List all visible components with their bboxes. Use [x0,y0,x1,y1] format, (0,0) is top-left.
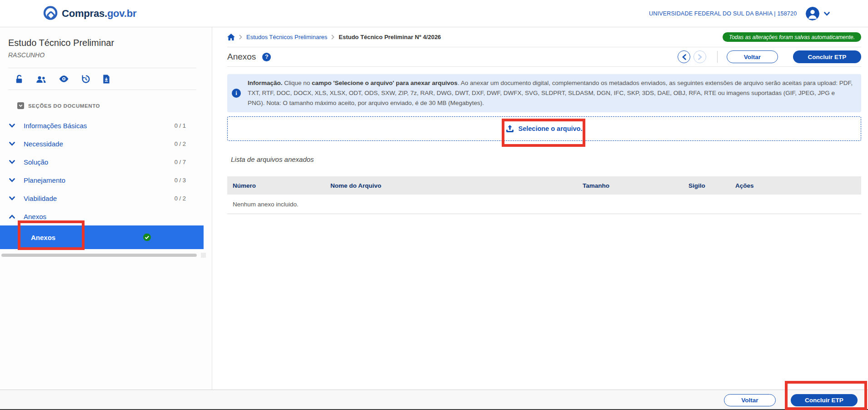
back-button-top[interactable]: Voltar [727,50,778,63]
sidebar-item-label: Anexos [24,213,186,220]
previous-section-button[interactable] [678,50,690,63]
breadcrumb: Estudos Técnicos Preliminares Estudo Téc… [227,27,861,47]
breadcrumb-current: Estudo Técnico Preliminar Nº 4/2026 [339,34,441,40]
chevron-down-icon [9,178,15,182]
user-avatar-button[interactable] [806,7,819,20]
chevron-down-icon [9,160,15,164]
sidebar-item-label: Necessidade [24,140,175,148]
sidebar-subitem-anexos-active[interactable]: Anexos [0,225,204,249]
org-label: UNIVERSIDADE FEDERAL DO SUL DA BAHIA | 1… [649,10,797,17]
back-button-bottom[interactable]: Voltar [724,394,776,406]
download-document-icon[interactable] [103,75,110,84]
sidebar-item-label: Viabilidade [24,195,175,202]
help-icon[interactable]: ? [262,53,271,61]
document-title: Estudo Técnico Preliminar [8,38,204,48]
sidebar-subitem-label: Anexos [31,234,55,241]
sections-header: SEÇÕES DO DOCUMENTO [17,102,212,109]
table-header-row: Número Nome do Arquivo Tamanho Sigilo Aç… [227,176,861,195]
sidebar-item-label: Solução [24,158,175,166]
main-content: Estudos Técnicos Preliminares Estudo Téc… [212,27,868,390]
sidebar-item-planejamento[interactable]: Planejamento 0 / 3 [0,171,212,189]
footer-action-bar: Voltar Concluir ETP [0,390,868,410]
top-header: Compras.gov.br UNIVERSIDADE FEDERAL DO S… [0,0,868,27]
sidebar-item-necessidade[interactable]: Necessidade 0 / 2 [0,135,212,153]
select-file-label: Selecione o arquivo. [518,125,582,132]
user-menu-chevron-down-icon[interactable] [824,12,830,16]
brand-compras: Compras. [62,8,107,19]
brand-text: Compras.gov.br [62,8,136,20]
sidebar-item-count: 0 / 7 [175,159,186,165]
sidebar-item-count: 0 / 1 [175,122,186,129]
sidebar: Estudo Técnico Preliminar RASCUNHO [0,27,212,390]
conclude-etp-button-bottom[interactable]: Concluir ETP [791,394,858,406]
chevron-down-icon [9,142,15,146]
eye-icon[interactable] [59,75,69,83]
column-header-acoes: Ações [735,182,861,189]
column-header-numero: Número [233,182,330,189]
app-window: Compras.gov.br UNIVERSIDADE FEDERAL DO S… [0,0,868,410]
check-circle-icon [143,234,151,241]
info-icon: i [232,89,241,98]
info-lead: Informação. [248,80,283,86]
collapse-all-icon [17,102,24,109]
chevron-right-icon [239,35,242,40]
sidebar-item-count: 0 / 3 [175,177,186,184]
chevron-up-icon [9,215,15,219]
avatar-icon [806,7,819,20]
select-file-button[interactable]: Selecione o arquivo. [506,125,582,133]
sections-header-label: SEÇÕES DO DOCUMENTO [28,103,100,109]
chevron-right-icon [698,54,702,60]
attachments-table: Número Nome do Arquivo Tamanho Sigilo Aç… [227,176,861,214]
conclude-etp-button-top[interactable]: Concluir ETP [793,50,861,63]
column-header-nome-do-arquivo: Nome do Arquivo [330,182,583,189]
next-section-button[interactable] [693,50,706,63]
home-icon[interactable] [227,34,235,40]
divider [8,90,196,90]
brand-logo-icon [42,5,59,22]
user-area: UNIVERSIDADE FEDERAL DO SUL DA BAHIA | 1… [649,0,830,27]
sidebar-horizontal-scrollbar [1,253,212,258]
document-toolbar [15,74,212,84]
sidebar-item-informacoes-basicas[interactable]: Informações Básicas 0 / 1 [0,116,212,135]
column-header-tamanho: Tamanho [583,182,688,189]
divider [717,51,718,63]
sidebar-item-viabilidade[interactable]: Viabilidade 0 / 2 [0,189,212,207]
autosave-badge: Todas as alterações foram salvas automat… [723,32,861,42]
chevron-down-icon [9,196,15,200]
divider [8,68,196,68]
sidebar-item-label: Planejamento [24,176,175,184]
document-status: RASCUNHO [8,51,204,59]
sidebar-item-anexos[interactable]: Anexos [0,207,212,225]
info-bold-segment: campo 'Selecione o arquivo' para anexar … [312,80,458,86]
chevron-left-icon [682,54,686,60]
page-title: Anexos [227,52,256,62]
brand-logo[interactable]: Compras.gov.br [42,5,136,22]
brand-govbr: gov.br [107,8,136,19]
section-nav-controls: Voltar Concluir ETP [678,50,861,63]
sidebar-item-count: 0 / 2 [175,140,186,147]
sidebar-item-solucao[interactable]: Solução 0 / 7 [0,153,212,171]
column-header-sigilo: Sigilo [688,182,735,189]
page-title-row: Anexos ? Voltar Concluir ETP [227,47,861,67]
upload-icon [506,125,514,133]
history-icon[interactable] [81,75,90,84]
sidebar-item-count: 0 / 2 [175,195,186,202]
scrollbar-thumb[interactable] [1,254,197,257]
file-dropzone[interactable]: Selecione o arquivo. [227,116,861,141]
unlock-icon[interactable] [15,75,24,84]
info-text: Informação. Clique no campo 'Selecione o… [248,78,853,108]
chevron-right-icon [331,35,334,40]
scrollbar-corner [201,253,206,258]
document-sections-nav: Informações Básicas 0 / 1 Necessidade 0 … [0,116,212,225]
info-banner: i Informação. Clique no campo 'Selecione… [227,74,861,112]
team-icon[interactable] [36,75,46,84]
sidebar-item-label: Informações Básicas [24,122,175,130]
empty-table-message: Nenhum anexo incluido. [227,195,861,214]
chevron-down-icon [9,124,15,128]
breadcrumb-link[interactable]: Estudos Técnicos Preliminares [246,34,327,40]
attachments-heading: Lista de arquivos anexados [231,155,861,163]
